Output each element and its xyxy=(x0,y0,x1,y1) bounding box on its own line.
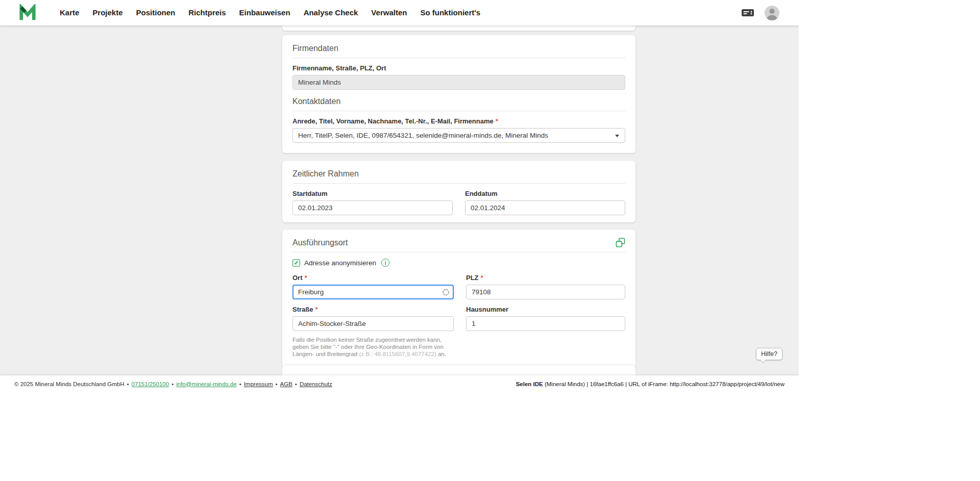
enddatum-field: Enddatum xyxy=(465,190,625,215)
app-window: Karte Projekte Positionen Richtpreis Ein… xyxy=(0,0,799,392)
separator: • xyxy=(239,381,241,387)
strasse-field: Straße* xyxy=(292,306,454,331)
agb-link[interactable]: AGB xyxy=(280,381,292,387)
impressum-link[interactable]: Impressum xyxy=(244,381,273,387)
divider xyxy=(292,58,625,58)
hausnummer-label: Hausnummer xyxy=(466,306,625,313)
card-partial-top xyxy=(282,26,635,31)
ort-label: Ort* xyxy=(292,274,454,282)
nav-item-karte[interactable]: Karte xyxy=(53,0,86,26)
section-title-zeitraum: Zeitlicher Rahmen xyxy=(292,169,625,179)
plz-field: PLZ* xyxy=(466,274,625,299)
screen: Karte Projekte Positionen Richtpreis Ein… xyxy=(0,0,980,481)
contact-field: Anrede, Titel, Vorname, Nachname, Tel.-N… xyxy=(292,117,625,143)
avatar[interactable] xyxy=(765,6,779,20)
plz-label: PLZ* xyxy=(466,274,625,282)
copy-icon[interactable] xyxy=(616,238,625,247)
card-partial-bottom xyxy=(282,365,635,375)
strasse-label: Straße* xyxy=(292,306,454,313)
company-input xyxy=(292,75,625,90)
loading-spinner-icon xyxy=(442,288,450,296)
strasse-label-text: Straße xyxy=(292,306,313,313)
footer: © 2025 Mineral Minds Deutschland GmbH • … xyxy=(0,375,799,392)
section-title-kontaktdaten: Kontaktdaten xyxy=(292,96,625,106)
divider xyxy=(292,252,625,252)
footer-left: © 2025 Mineral Minds Deutschland GmbH • … xyxy=(14,381,332,387)
nav-item-projekte[interactable]: Projekte xyxy=(86,0,129,26)
card-firmendaten: Firmendaten Firmenname, Straße, PLZ, Ort… xyxy=(282,35,635,153)
top-navbar: Karte Projekte Positionen Richtpreis Ein… xyxy=(0,0,799,26)
strasse-input[interactable] xyxy=(292,316,454,331)
check-icon: ✓ xyxy=(294,260,299,266)
help-button[interactable]: Hilfe? xyxy=(756,348,782,360)
startdatum-input[interactable] xyxy=(292,200,453,215)
ort-input-wrap xyxy=(292,285,454,299)
nav-item-richtpreis[interactable]: Richtpreis xyxy=(182,0,232,26)
divider xyxy=(292,183,625,184)
plz-label-text: PLZ xyxy=(466,274,479,282)
chevron-down-icon xyxy=(615,135,619,137)
footer-right: Selen IDE (Mineral Minds) | 16fae1ffc6a6… xyxy=(516,381,785,387)
anonymize-label: Adresse anonymisieren xyxy=(304,259,376,267)
separator: • xyxy=(276,381,278,387)
nav-item-so-funktionierts[interactable]: So funktioniert's xyxy=(413,0,487,26)
footer-debug-info: (Mineral Minds) | 16fae1ffc6a6 | URL of … xyxy=(543,381,785,387)
nav-item-positionen[interactable]: Positionen xyxy=(130,0,182,26)
enddatum-input[interactable] xyxy=(465,200,625,215)
help-button-label: Hilfe? xyxy=(761,350,777,358)
datenschutz-link[interactable]: Datenschutz xyxy=(300,381,332,387)
ort-input[interactable] xyxy=(292,285,454,299)
server-icon[interactable] xyxy=(741,8,754,18)
user-icon xyxy=(765,6,779,20)
required-marker: * xyxy=(315,306,317,313)
section-title-ausfuehrungsort: Ausführungsort xyxy=(292,238,348,247)
email-link[interactable]: info@mineral-minds.de xyxy=(176,381,236,387)
contact-select-value: Herr, TitelP, Selen, IDE, 0987/654321, s… xyxy=(298,132,548,139)
separator: • xyxy=(127,381,129,387)
company-field-label: Firmenname, Straße, PLZ, Ort xyxy=(292,64,625,72)
info-icon[interactable]: i xyxy=(381,259,389,267)
startdatum-label: Startdatum xyxy=(292,190,453,197)
brand-logo-icon xyxy=(19,4,36,21)
main-nav: Karte Projekte Positionen Richtpreis Ein… xyxy=(53,0,487,26)
separator: • xyxy=(295,381,297,387)
startdatum-field: Startdatum xyxy=(292,190,453,215)
strasse-hint: Falls die Position keiner Straße zugeord… xyxy=(292,336,454,358)
hausnummer-field: Hausnummer xyxy=(466,306,625,331)
required-marker: * xyxy=(305,274,307,282)
contact-select[interactable]: Herr, TitelP, Selen, IDE, 0987/654321, s… xyxy=(292,128,625,143)
nav-item-analyse-check[interactable]: Analyse Check xyxy=(297,0,365,26)
required-marker: * xyxy=(496,117,498,125)
nav-item-verwalten[interactable]: Verwalten xyxy=(364,0,413,26)
phone-link[interactable]: 07151/250100 xyxy=(132,381,169,387)
nav-item-einbauweisen[interactable]: Einbauweisen xyxy=(233,0,297,26)
company-field: Firmenname, Straße, PLZ, Ort xyxy=(292,64,625,90)
ausfuehrungsort-header: Ausführungsort xyxy=(292,238,625,247)
card-ausfuehrungsort: Ausführungsort ✓ Adresse anonymisieren i xyxy=(282,230,635,368)
contact-field-label: Anrede, Titel, Vorname, Nachname, Tel.-N… xyxy=(292,117,625,125)
required-marker: * xyxy=(481,274,483,282)
anonymize-checkbox[interactable]: ✓ xyxy=(292,259,300,267)
address-fields: Ort* PLZ* xyxy=(292,274,625,358)
strasse-hint-example: (z.B.: 48.8115607,9.4077422) xyxy=(359,351,436,357)
copyright-text: © 2025 Mineral Minds Deutschland GmbH xyxy=(14,381,125,387)
plz-input[interactable] xyxy=(466,285,625,299)
ort-label-text: Ort xyxy=(292,274,303,282)
navbar-right xyxy=(741,6,779,20)
main-content: Firmendaten Firmenname, Straße, PLZ, Ort… xyxy=(0,26,799,375)
card-zeitraum: Zeitlicher Rahmen Startdatum Enddatum xyxy=(282,161,635,222)
date-fields: Startdatum Enddatum xyxy=(292,190,625,215)
contact-field-label-text: Anrede, Titel, Vorname, Nachname, Tel.-N… xyxy=(292,117,494,125)
footer-app-name: Selen IDE xyxy=(516,381,543,387)
separator: • xyxy=(172,381,174,387)
divider xyxy=(292,111,625,111)
enddatum-label: Enddatum xyxy=(465,190,625,197)
hausnummer-input[interactable] xyxy=(466,316,625,331)
section-title-firmendaten: Firmendaten xyxy=(292,43,625,53)
brand-logo[interactable] xyxy=(19,4,36,21)
ort-field: Ort* xyxy=(292,274,454,299)
anonymize-row: ✓ Adresse anonymisieren i xyxy=(292,259,625,267)
strasse-hint-suffix: an. xyxy=(436,351,446,357)
